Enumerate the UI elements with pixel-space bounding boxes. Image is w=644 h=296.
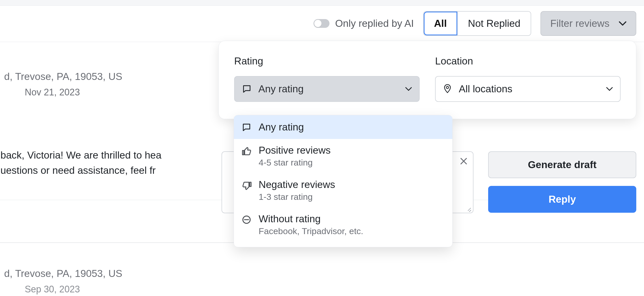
- ai-toggle-wrap: Only replied by AI: [313, 18, 414, 29]
- review-address: d, Trevose, PA, 19053, US: [4, 268, 636, 279]
- reply-line2: questions or need assistance, feel fr: [0, 165, 156, 176]
- rating-option-title: Positive reviews: [259, 145, 331, 156]
- rating-option-positive[interactable]: Positive reviews 4-5 star rating: [234, 139, 452, 173]
- filter-reviews-label: Filter reviews: [550, 18, 609, 29]
- rating-select[interactable]: Any rating: [234, 76, 420, 102]
- rating-option-subtitle: 4-5 star rating: [259, 158, 331, 168]
- no-entry-icon: [242, 215, 252, 225]
- ai-toggle[interactable]: [313, 19, 329, 28]
- tab-all[interactable]: All: [424, 12, 457, 35]
- location-pin-icon: [443, 84, 452, 94]
- rating-select-value: Any rating: [258, 83, 304, 95]
- reply-line1: dback, Victoria! We are thrilled to hea: [0, 150, 162, 161]
- location-select[interactable]: All locations: [435, 76, 621, 102]
- rating-option-subtitle: Facebook, Tripadvisor, etc.: [259, 226, 363, 236]
- filter-col-location: Location All locations: [435, 55, 621, 102]
- rating-dropdown: Any rating Positive reviews 4-5 star rat…: [234, 115, 453, 247]
- review-reply-body: dback, Victoria! We are thrilled to hea …: [0, 148, 162, 178]
- filter-label-location: Location: [435, 55, 621, 67]
- filter-label-rating: Rating: [234, 55, 420, 67]
- rating-option-title: Any rating: [259, 121, 304, 133]
- filter-popover: Rating Any rating Location All locations: [218, 41, 636, 119]
- rating-option-title: Negative reviews: [259, 179, 335, 190]
- rating-option-any[interactable]: Any rating: [234, 115, 452, 139]
- filter-col-rating: Rating Any rating: [234, 55, 420, 102]
- generate-draft-button[interactable]: Generate draft: [488, 151, 636, 178]
- thumbs-down-icon: [242, 180, 252, 191]
- close-icon[interactable]: [460, 157, 468, 165]
- svg-point-0: [446, 86, 449, 89]
- tab-not-replied[interactable]: Not Replied: [458, 12, 531, 35]
- chat-icon: [242, 122, 252, 132]
- rating-option-subtitle: 1-3 star rating: [259, 192, 335, 202]
- filter-reviews-button[interactable]: Filter reviews: [540, 11, 636, 36]
- rating-option-without[interactable]: Without rating Facebook, Tripadvisor, et…: [234, 208, 452, 242]
- thumbs-up-icon: [242, 146, 252, 157]
- review-date: Sep 30, 2023: [25, 284, 636, 295]
- app-topstrip: [0, 0, 644, 6]
- ai-toggle-label: Only replied by AI: [335, 18, 414, 29]
- resize-handle-icon[interactable]: [466, 206, 472, 212]
- reply-filter-tabs: All Not Replied: [423, 11, 531, 36]
- rating-option-title: Without rating: [259, 213, 321, 224]
- chevron-down-icon: [606, 87, 613, 91]
- toolbar: Only replied by AI All Not Replied Filte…: [313, 11, 636, 36]
- chevron-down-icon: [405, 87, 412, 91]
- reply-button[interactable]: Reply: [488, 186, 636, 213]
- reply-actions: Generate draft Reply: [488, 151, 636, 213]
- rating-option-negative[interactable]: Negative reviews 1-3 star rating: [234, 173, 452, 208]
- location-select-value: All locations: [459, 83, 512, 95]
- chevron-down-icon: [619, 21, 626, 26]
- chat-icon: [242, 84, 252, 94]
